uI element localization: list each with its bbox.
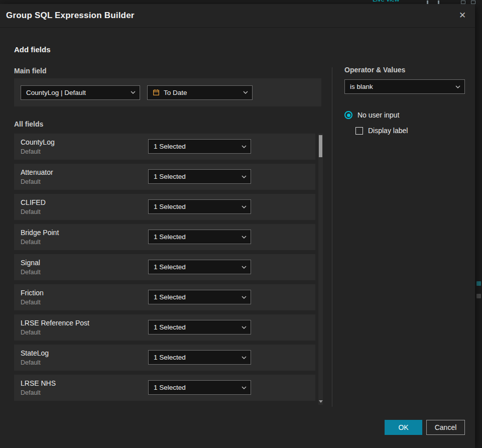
chevron-down-icon xyxy=(242,356,247,359)
ok-button[interactable]: OK xyxy=(385,420,422,435)
field-name: CLIFED xyxy=(21,198,46,206)
field-name: StateLog xyxy=(21,349,49,357)
main-field-value: CountyLog | Default xyxy=(26,89,86,96)
toolbar-bar-icon xyxy=(427,1,428,4)
field-row: Signal Default 1 Selected xyxy=(14,254,315,280)
scrollbar-thumb[interactable] xyxy=(319,135,322,157)
chevron-down-icon xyxy=(242,296,247,299)
field-selected-label: 1 Selected xyxy=(154,384,186,391)
field-selected-dropdown[interactable]: 1 Selected xyxy=(148,260,251,274)
close-icon[interactable]: ✕ xyxy=(457,10,468,21)
field-selected-label: 1 Selected xyxy=(154,354,186,361)
operator-values-label: Operator & Values xyxy=(344,66,405,74)
no-user-input-label: No user input xyxy=(357,111,399,119)
date-type-value: To Date xyxy=(164,89,187,96)
field-selected-dropdown[interactable]: 1 Selected xyxy=(148,350,251,365)
chevron-down-icon xyxy=(242,145,247,148)
chevron-down-icon xyxy=(242,266,247,269)
field-sub: Default xyxy=(21,329,41,336)
field-row: LRSE NHS Default 1 Selected xyxy=(14,375,315,401)
field-row: Bridge Point Default 1 Selected xyxy=(14,224,315,250)
window-corner-icon xyxy=(461,1,465,4)
checkbox-unchecked-icon[interactable] xyxy=(355,127,363,135)
field-selected-dropdown[interactable]: 1 Selected xyxy=(148,380,251,395)
chevron-down-icon xyxy=(455,85,460,88)
chevron-down-icon xyxy=(242,175,247,178)
field-selected-dropdown[interactable]: 1 Selected xyxy=(148,290,251,304)
chevron-down-icon xyxy=(242,386,247,389)
no-user-input-option[interactable]: No user input xyxy=(344,111,399,119)
toolbar-bar-icon xyxy=(438,1,439,4)
field-sub: Default xyxy=(21,299,41,306)
cancel-button[interactable]: Cancel xyxy=(426,420,465,435)
field-row: StateLog Default 1 Selected xyxy=(14,345,315,371)
main-field-label: Main field xyxy=(14,67,47,75)
field-sub: Default xyxy=(21,239,41,246)
chevron-down-icon xyxy=(242,205,247,208)
background-right-strip xyxy=(475,4,482,448)
group-sql-expression-builder-dialog: Group SQL Expression Builder ✕ Add field… xyxy=(0,4,475,448)
operator-value: is blank xyxy=(350,83,373,90)
radio-dot xyxy=(347,114,350,117)
field-row: CountyLog Default 1 Selected xyxy=(14,134,315,160)
chevron-down-icon xyxy=(242,236,247,239)
display-label-option[interactable]: Display label xyxy=(355,127,408,135)
main-field-panel: CountyLog | Default To Date xyxy=(14,78,321,106)
field-selected-label: 1 Selected xyxy=(154,173,186,180)
field-name: LRSE Reference Post xyxy=(21,319,89,327)
scrollbar[interactable] xyxy=(318,134,323,405)
field-selected-label: 1 Selected xyxy=(154,263,186,271)
field-row: LRSE Reference Post Default 1 Selected xyxy=(14,314,315,341)
chevron-down-icon xyxy=(242,326,247,329)
field-name: CountyLog xyxy=(21,138,55,146)
edge-icon xyxy=(476,281,481,286)
field-sub: Default xyxy=(21,148,41,155)
field-selected-label: 1 Selected xyxy=(154,143,186,150)
field-sub: Default xyxy=(21,359,41,366)
edge-icon xyxy=(476,294,481,298)
all-fields-list: CountyLog Default 1 Selected Attenuator … xyxy=(14,134,315,405)
date-type-dropdown[interactable]: To Date xyxy=(147,85,253,100)
field-row: CLIFED Default 1 Selected xyxy=(14,194,315,220)
field-sub: Default xyxy=(21,389,41,396)
add-fields-heading: Add fields xyxy=(14,45,51,54)
field-selected-label: 1 Selected xyxy=(154,233,186,241)
field-selected-dropdown[interactable]: 1 Selected xyxy=(148,320,251,334)
field-name: Signal xyxy=(21,259,40,267)
window-corner-icon xyxy=(471,1,475,4)
field-name: LRSE NHS xyxy=(21,379,56,387)
operator-dropdown[interactable]: is blank xyxy=(344,79,465,94)
field-selected-dropdown[interactable]: 1 Selected xyxy=(148,139,251,154)
chevron-down-icon xyxy=(131,91,136,94)
main-field-dropdown[interactable]: CountyLog | Default xyxy=(21,85,140,100)
field-sub: Default xyxy=(21,178,41,185)
display-label-text: Display label xyxy=(368,127,408,135)
background-top-strip: Live view xyxy=(0,0,482,4)
dialog-header: Group SQL Expression Builder ✕ xyxy=(0,4,475,27)
chevron-down-icon xyxy=(243,91,248,94)
radio-selected-icon[interactable] xyxy=(344,111,352,119)
field-name: Bridge Point xyxy=(21,229,59,237)
field-name: Attenuator xyxy=(21,168,53,176)
dialog-title: Group SQL Expression Builder xyxy=(6,11,135,21)
column-divider xyxy=(332,67,332,407)
field-name: Friction xyxy=(21,289,44,297)
field-selected-label: 1 Selected xyxy=(154,203,186,210)
field-row: Attenuator Default 1 Selected xyxy=(14,164,315,190)
calendar-icon xyxy=(153,89,160,96)
live-view-label: Live view xyxy=(373,0,399,3)
field-selected-label: 1 Selected xyxy=(154,293,186,301)
field-selected-dropdown[interactable]: 1 Selected xyxy=(148,169,251,184)
field-selected-dropdown[interactable]: 1 Selected xyxy=(148,199,251,214)
field-row: Friction Default 1 Selected xyxy=(14,284,315,310)
field-selected-label: 1 Selected xyxy=(154,323,186,331)
all-fields-label: All fields xyxy=(14,120,43,128)
field-selected-dropdown[interactable]: 1 Selected xyxy=(148,230,251,244)
scrollbar-down-arrow-icon[interactable] xyxy=(319,400,323,403)
field-sub: Default xyxy=(21,208,41,215)
field-sub: Default xyxy=(21,269,41,276)
